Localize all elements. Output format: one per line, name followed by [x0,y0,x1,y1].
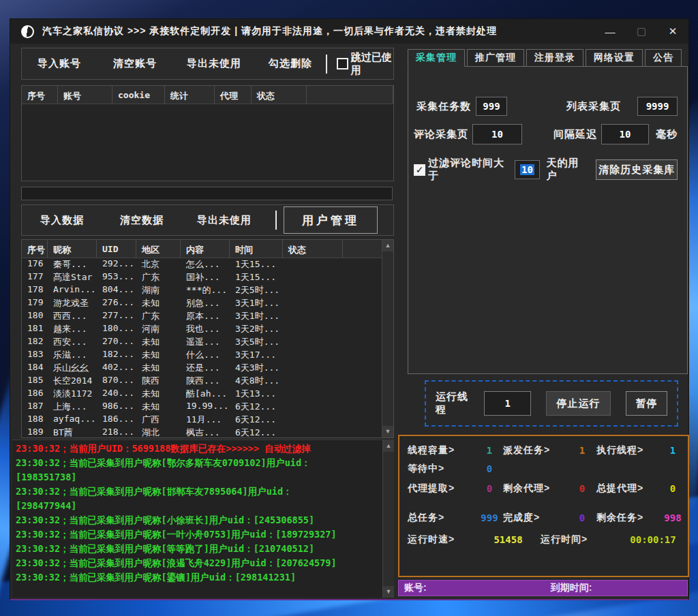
table-row[interactable]: 178Arvin...804...湖南***的...2天5时... [22,284,393,297]
log-line: [198351738] [12,470,394,484]
account-column-header[interactable]: 序号 [22,86,58,104]
status-value: 998 [663,512,682,523]
footer-account-label: 账号: [404,582,427,594]
tab-推广管理[interactable]: 推广管理 [467,49,524,67]
tab-网络设置[interactable]: 网络设置 [586,49,643,67]
status-label: 剩余代理> [503,482,568,495]
table-row[interactable]: 183乐滋...182...未知什么...3天17... [22,349,393,362]
log-scrollbar[interactable]: ▲ ▼ [382,440,394,598]
log-line: 23:30:32；当前已采集到用户昵称[鄂尔多斯车友0709102]用户uid： [12,456,394,470]
skip-used-checkbox[interactable] [337,58,348,70]
account-column-header[interactable]: cookie [112,86,165,104]
stop-run-button[interactable]: 停止运行 [546,391,611,416]
list-page-input[interactable]: 9999 [637,97,678,116]
task-count-input[interactable]: 999 [476,97,507,116]
account-table-body[interactable] [22,104,393,181]
user-column-header[interactable]: 内容 [181,240,230,258]
status-row: 等待中>0 [408,463,680,475]
status-label: 线程容量> [408,444,476,457]
status-label: 完成度> [503,512,568,524]
status-value: 0 [476,463,503,474]
task-count-label: 采集任务数 [416,100,471,113]
scroll-down-icon[interactable]: ▼ [382,426,393,437]
tab-采集管理[interactable]: 采集管理 [408,49,465,67]
scroll-up-icon[interactable]: ▲ [382,240,393,251]
import-data-button[interactable]: 导入数据 [22,214,102,227]
status-label: 剩余任务> [596,512,663,524]
status-value: 0 [476,483,503,494]
user-column-header[interactable]: 状态 [283,240,343,258]
delete-checked-button[interactable]: 勾选删除 [255,57,326,70]
user-table-body: 176秦哥...292...北京怎么...1天15...177髙達Star953… [22,258,393,437]
filter-comment-checkbox[interactable]: ✓ [414,164,425,176]
clear-history-button[interactable]: 清除历史采集库 [596,159,678,180]
table-row[interactable]: 189BT莤218...湖北枫吉...6天12... [22,427,393,437]
export-unused-data-button[interactable]: 导出未使用 [181,214,267,227]
tab-注册登录[interactable]: 注册登录 [526,49,583,67]
account-column-header[interactable]: 状态 [252,86,307,104]
delay-input[interactable]: 10 [601,124,649,144]
table-row[interactable]: 188ayfaq...186...广西11月...6天12... [22,414,393,427]
account-column-header[interactable]: 代理 [215,86,252,104]
account-column-header[interactable]: 统计 [165,86,215,104]
log-line: 23:30:32；当前已采集到用户昵称[浪遏飞舟4229]用户uid：[2076… [12,556,394,570]
tab-公告[interactable]: 公告 [645,49,682,67]
status-label: 总提代理> [596,482,663,495]
user-table-scrollbar[interactable]: ▲ ▼ [382,240,393,437]
status-label: 总任务> [408,512,476,524]
delay-label: 间隔延迟 [553,128,597,141]
status-label: 等待中> [408,463,476,475]
status-row: 代理提取>0剩余代理>0总提代理>0 [408,482,680,495]
maximize-button[interactable]: ▢ [626,19,657,44]
log-panel: 23:30:32；当前用户UID：5699188数据库已存在>>>>>> 自动过… [12,440,394,598]
table-row[interactable]: 182西安...270...未知遥遥...3天5时... [22,336,393,349]
status-label: 运行时间> [541,534,619,546]
window-controls: — ▢ ✕ [594,19,688,44]
status-label: 派发任务> [503,444,568,457]
window-title: 汽车之家私信协议 >>> 承接软件定制开发 | 请勿用于非法用途，一切后果与作者… [42,25,497,37]
status-label: 代理提取> [408,482,476,495]
comment-page-input[interactable]: 10 [472,124,522,144]
account-column-header[interactable]: 账号 [58,86,112,104]
pause-button[interactable]: 暂停 [626,391,667,416]
clear-accounts-button[interactable]: 清空账号 [97,57,173,70]
user-table-header: 序号昵称UID地区内容时间状态 [22,240,393,258]
table-row[interactable]: 179游龙戏圣276...未知别急...3天1时... [22,297,393,310]
export-unused-accounts-button[interactable]: 导出未使用 [173,57,255,70]
status-label: 运行时速> [408,534,476,546]
log-line: 23:30:32；当前已采集到用户昵称[一叶小舟0753]用户uid：[1897… [12,527,394,542]
table-row[interactable]: 185长空2014870...陕西陕西...4天8时... [22,375,393,388]
status-row: 总任务>999完成度>0剩余任务>998 [408,512,680,524]
list-page-label: 列表采集页 [566,100,621,113]
app-window: 汽车之家私信协议 >>> 承接软件定制开发 | 请勿用于非法用途，一切后果与作者… [10,18,689,600]
filter-days-input[interactable]: 10 [515,160,539,179]
log-scroll-up-icon[interactable]: ▲ [383,440,394,452]
table-row[interactable]: 177髙達Star953...广东国补...1天15... [22,271,393,284]
table-row[interactable]: 187上海...986...未知19.99...6天12... [22,401,393,414]
progress-bar [21,187,393,200]
table-row[interactable]: 186淡淡1172240...未知酷[ah...1天13... [22,388,393,401]
import-accounts-button[interactable]: 导入账号 [22,57,97,70]
user-manage-button[interactable]: 用户管理 [284,206,378,234]
table-row[interactable]: 176秦哥...292...北京怎么...1天15... [22,258,393,271]
status-value: 999 [476,512,503,523]
user-column-header[interactable]: 时间 [230,240,283,258]
close-button[interactable]: ✕ [657,19,688,44]
user-column-header[interactable]: UID [97,240,136,258]
clear-data-button[interactable]: 清空数据 [102,214,181,227]
user-column-header[interactable]: 昵称 [48,240,97,258]
comment-page-label: 评论采集页 [414,128,468,141]
log-scroll-down-icon[interactable]: ▼ [383,586,394,598]
minimize-button[interactable]: — [594,19,626,44]
status-row: 运行时速>51458运行时间>00:00:17 [408,534,680,546]
account-column-header-extra [307,86,393,104]
status-label: 执行线程> [596,444,663,457]
toolbar-separator-2 [275,211,277,230]
user-column-header[interactable]: 地区 [136,240,181,258]
table-row[interactable]: 181越来...180...河南我也...3天2时... [22,323,393,336]
user-column-header[interactable]: 序号 [22,240,48,258]
toolbar-separator [326,55,327,74]
table-row[interactable]: 180西西...277...广东原本...3天1时... [22,310,393,323]
thread-count-input[interactable]: 1 [484,391,531,416]
table-row[interactable]: 184乐山幺幺402...未知还是...4天3时... [22,362,393,375]
